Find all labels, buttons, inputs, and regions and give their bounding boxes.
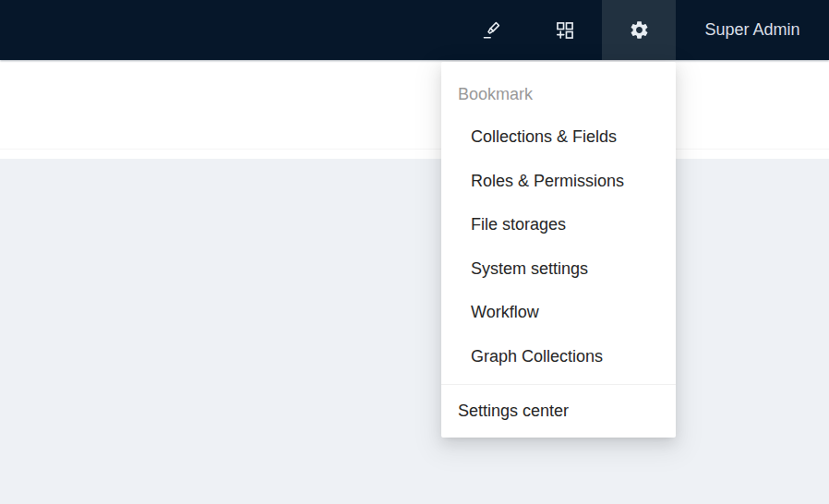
subheader-divider	[0, 149, 829, 150]
page-subheader	[0, 60, 829, 159]
ui-editor-button[interactable]	[454, 0, 528, 60]
top-navbar: Super Admin	[0, 0, 829, 60]
menu-item-workflow[interactable]: Workflow	[441, 291, 676, 335]
menu-item-settings-center[interactable]: Settings center	[441, 385, 676, 438]
menu-group-label-bookmark: Bookmark	[441, 73, 676, 115]
menu-item-system-settings[interactable]: System settings	[441, 247, 676, 292]
app-screen: Super Admin Bookmark Collections & Field…	[0, 0, 829, 504]
settings-center-button[interactable]	[602, 0, 676, 60]
menu-item-graph-collections[interactable]: Graph Collections	[441, 335, 676, 379]
main-content-area	[0, 159, 829, 504]
settings-dropdown-menu: Bookmark Collections & Fields Roles & Pe…	[441, 62, 676, 438]
gear-icon	[629, 19, 650, 41]
navbar-spacer	[0, 0, 454, 60]
highlighter-icon	[481, 19, 502, 41]
plugin-manager-button[interactable]	[528, 0, 602, 60]
menu-item-collections-and-fields[interactable]: Collections & Fields	[441, 115, 676, 160]
menu-item-file-storages[interactable]: File storages	[441, 203, 676, 247]
appstore-add-icon	[555, 20, 575, 41]
user-label: Super Admin	[704, 20, 799, 40]
current-user-menu[interactable]: Super Admin	[676, 0, 829, 60]
menu-item-roles-and-permissions[interactable]: Roles & Permissions	[441, 160, 676, 204]
